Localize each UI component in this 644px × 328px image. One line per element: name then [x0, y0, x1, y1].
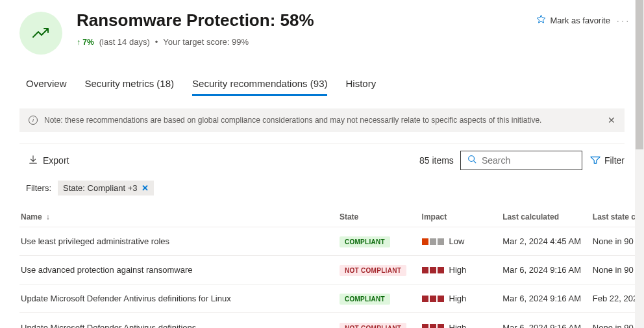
- separator-dot: •: [155, 37, 158, 47]
- cell-name: Use advanced protection against ransomwa…: [19, 265, 340, 275]
- filter-chip-text: State: Compliant +3: [63, 183, 138, 193]
- trend-window: (last 14 days): [99, 37, 150, 47]
- target-score-label: Your target score: 99%: [163, 37, 249, 47]
- tab-security-metrics[interactable]: Security metrics (18): [85, 78, 175, 96]
- impact-bars-icon: [422, 238, 444, 245]
- search-icon: [467, 155, 477, 166]
- search-box[interactable]: [460, 151, 582, 170]
- sort-down-icon: ↓: [46, 212, 50, 221]
- cell-last-calculated: Mar 6, 2024 9:16 AM: [502, 323, 593, 329]
- info-icon: i: [29, 116, 38, 125]
- more-actions-button[interactable]: · · ·: [617, 16, 628, 25]
- export-button[interactable]: Export: [29, 155, 69, 166]
- banner-text: Note: these recommendations are based on…: [44, 116, 541, 125]
- cell-last-calculated: Mar 6, 2024 9:16 AM: [502, 294, 593, 303]
- col-header-last-calculated[interactable]: Last calculated: [502, 212, 593, 221]
- table-header-row: Name ↓ State Impact Last calculated Last…: [19, 207, 644, 227]
- recommendations-table: Name ↓ State Impact Last calculated Last…: [19, 207, 644, 328]
- cell-last-calculated: Mar 6, 2024 9:16 AM: [502, 265, 593, 275]
- filter-button[interactable]: Filter: [590, 155, 625, 166]
- table-row[interactable]: Update Microsoft Defender Antivirus defi…: [19, 284, 644, 313]
- cell-last-calculated: Mar 2, 2024 4:45 AM: [502, 236, 593, 246]
- cell-name: Use least privileged administrative role…: [19, 236, 340, 246]
- page-title: Ransomware Protection: 58%: [77, 10, 536, 31]
- cell-name: Update Microsoft Defender Antivirus defi…: [19, 323, 340, 329]
- filter-label: Filter: [604, 155, 625, 166]
- download-icon: [29, 155, 38, 166]
- up-arrow-icon: ↑: [77, 38, 80, 47]
- col-header-name[interactable]: Name ↓: [19, 212, 340, 221]
- impact-bars-icon: [422, 267, 444, 273]
- status-badge: NOT COMPLIANT: [340, 323, 406, 329]
- info-banner: i Note: these recommendations are based …: [19, 108, 625, 132]
- filter-chip-state[interactable]: State: Compliant +3 ✕: [58, 181, 154, 196]
- trend-up-icon: [19, 12, 62, 55]
- close-banner-button[interactable]: ✕: [608, 115, 615, 125]
- tab-overview[interactable]: Overview: [26, 78, 67, 96]
- status-badge: COMPLIANT: [340, 294, 390, 305]
- cell-name: Update Microsoft Defender Antivirus defi…: [19, 294, 340, 303]
- vertical-scrollbar[interactable]: [635, 0, 644, 328]
- cell-state: COMPLIANT: [340, 294, 422, 303]
- status-badge: NOT COMPLIANT: [340, 265, 406, 276]
- impact-bars-icon: [422, 296, 444, 302]
- export-label: Export: [43, 155, 69, 166]
- filters-label: Filters:: [26, 183, 51, 193]
- remove-filter-icon[interactable]: ✕: [142, 183, 149, 193]
- cell-impact: High: [422, 323, 503, 329]
- scrollbar-thumb[interactable]: [636, 0, 643, 149]
- cell-impact: High: [422, 265, 503, 275]
- svg-point-0: [469, 156, 475, 162]
- table-row[interactable]: Use advanced protection against ransomwa…: [19, 256, 644, 284]
- status-badge: COMPLIANT: [340, 236, 390, 247]
- tab-security-recommendations[interactable]: Security recommendations (93): [192, 78, 327, 96]
- filter-icon: [590, 155, 601, 166]
- tab-history[interactable]: History: [345, 78, 376, 96]
- cell-state: NOT COMPLIANT: [340, 323, 422, 329]
- cell-impact: High: [422, 294, 503, 303]
- cell-impact: Low: [422, 236, 503, 246]
- tab-bar: Overview Security metrics (18) Security …: [0, 55, 644, 97]
- col-header-impact[interactable]: Impact: [422, 212, 503, 221]
- mark-favorite-button[interactable]: Mark as favorite: [536, 14, 610, 26]
- col-header-state[interactable]: State: [340, 212, 422, 221]
- table-row[interactable]: Update Microsoft Defender Antivirus defi…: [19, 313, 644, 328]
- table-row[interactable]: Use least privileged administrative role…: [19, 227, 644, 256]
- cell-state: NOT COMPLIANT: [340, 265, 422, 275]
- search-input[interactable]: [482, 155, 575, 166]
- cell-state: COMPLIANT: [340, 236, 422, 246]
- star-icon: [536, 14, 546, 26]
- item-count: 85 items: [419, 155, 454, 166]
- favorite-label: Mark as favorite: [550, 16, 610, 25]
- trend-badge: ↑ 7%: [77, 38, 94, 47]
- impact-bars-icon: [422, 324, 444, 328]
